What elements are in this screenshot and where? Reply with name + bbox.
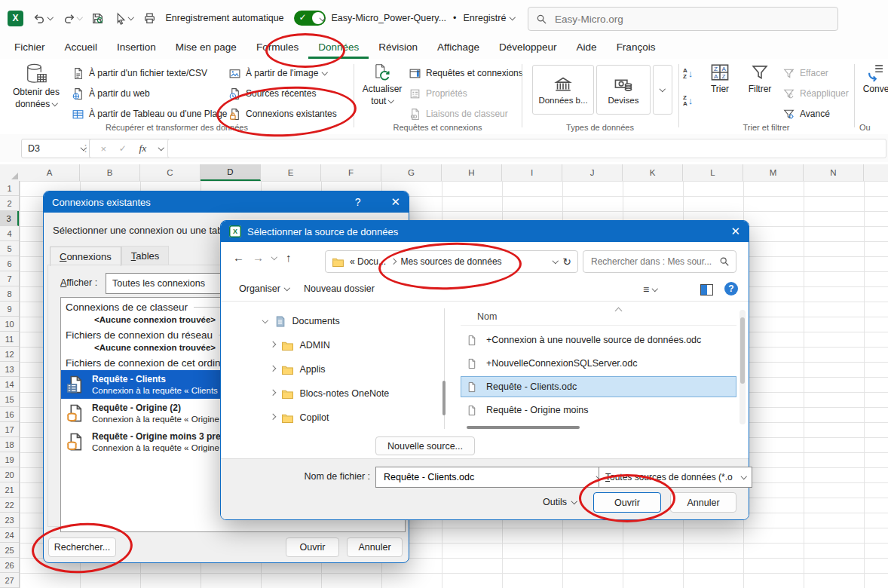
from-text-csv-button[interactable]: À partir d'un fichier texte/CSV xyxy=(72,63,207,83)
row-header[interactable]: 4 xyxy=(0,226,19,241)
ribbon-tab[interactable]: Fichier xyxy=(5,37,55,59)
row-header[interactable]: 3 xyxy=(0,211,19,226)
open-button[interactable]: Ouvrir xyxy=(286,537,339,557)
redo-button[interactable] xyxy=(63,12,82,25)
column-header[interactable]: I xyxy=(502,164,562,181)
column-header[interactable]: D xyxy=(201,164,261,181)
tools-menu[interactable]: Outils xyxy=(543,497,576,507)
file-list-scrollbar[interactable] xyxy=(739,310,746,424)
from-web-button[interactable]: À partir du web xyxy=(72,84,150,103)
ribbon-tab[interactable]: Mise en page xyxy=(166,37,246,59)
preview-pane-icon[interactable] xyxy=(700,284,713,296)
sort-za-button[interactable]: ZA↓ xyxy=(683,95,693,107)
ribbon-tab[interactable]: Insertion xyxy=(107,37,166,59)
row-header[interactable]: 26 xyxy=(0,558,19,573)
convert-button[interactable]: Conve xyxy=(859,63,888,94)
browse-button[interactable]: Rechercher... xyxy=(48,537,116,557)
row-header[interactable]: 11 xyxy=(0,332,19,347)
ribbon-tab[interactable]: Données xyxy=(308,37,369,59)
ribbon-tab[interactable]: Accueil xyxy=(55,37,108,59)
file-search-box[interactable] xyxy=(583,250,736,273)
existing-connections-button[interactable]: Connexions existantes xyxy=(228,104,337,124)
from-table-range-button[interactable]: À partir de Tableau ou d'une Plage xyxy=(72,104,228,124)
saved-status[interactable]: Enregistré xyxy=(463,13,506,23)
tree-item[interactable]: Documents xyxy=(263,311,340,331)
row-header[interactable]: 23 xyxy=(0,513,19,528)
ribbon-tab[interactable]: Affichage xyxy=(427,37,489,59)
column-header[interactable]: A xyxy=(20,164,80,181)
sort-az-button[interactable]: AZ↓ xyxy=(683,68,693,80)
row-header[interactable]: 8 xyxy=(0,286,19,302)
help-icon[interactable]: ? xyxy=(355,196,361,208)
tree-chevron-icon[interactable] xyxy=(270,341,276,348)
pane-scrollbar-thumb[interactable] xyxy=(442,381,446,415)
column-header[interactable]: N xyxy=(804,164,864,181)
tree-item[interactable]: Copilot xyxy=(271,408,329,427)
file-row[interactable]: +NouvelleConnexionSQLServer.odc xyxy=(461,353,736,374)
view-mode-menu[interactable]: ≡ xyxy=(643,283,657,296)
row-header[interactable]: 24 xyxy=(0,528,19,543)
data-types-gallery-scroll[interactable] xyxy=(653,65,672,115)
new-source-button[interactable]: Nouvelle source... xyxy=(375,436,475,455)
column-header[interactable]: G xyxy=(381,164,442,181)
tree-chevron-icon[interactable] xyxy=(270,414,276,420)
currency-data-type-button[interactable]: Devises xyxy=(596,65,651,115)
cancel-button[interactable]: Annuler xyxy=(670,492,736,513)
collapse-chevron-icon[interactable] xyxy=(320,15,326,21)
ribbon-tab[interactable]: Formules xyxy=(246,37,308,59)
tab-tables[interactable]: Tables xyxy=(121,246,170,265)
organize-menu[interactable]: Organiser xyxy=(239,283,289,294)
column-header[interactable]: K xyxy=(623,164,683,181)
row-header[interactable]: 17 xyxy=(0,422,19,437)
ribbon-tab[interactable]: Développeur xyxy=(489,37,567,59)
column-header[interactable]: B xyxy=(80,164,140,181)
tree-chevron-icon[interactable] xyxy=(270,390,276,396)
new-folder-button[interactable]: Nouveau dossier xyxy=(304,283,375,294)
filter-button[interactable]: Filtrer xyxy=(742,63,778,94)
tab-connexions[interactable]: Connexions xyxy=(50,247,121,266)
filename-input[interactable] xyxy=(382,471,597,483)
ribbon-tab[interactable]: Révision xyxy=(369,37,427,59)
tree-item[interactable]: ADMIN xyxy=(271,335,330,355)
column-header[interactable]: M xyxy=(743,164,804,181)
close-icon[interactable]: ✕ xyxy=(730,225,740,238)
row-header[interactable]: 9 xyxy=(0,302,19,317)
row-header[interactable]: 6 xyxy=(0,256,19,271)
row-header[interactable]: 13 xyxy=(0,362,19,377)
row-header[interactable]: 27 xyxy=(0,573,19,588)
tree-chevron-icon[interactable] xyxy=(270,366,276,372)
queries-connections-button[interactable]: Requêtes et connexions xyxy=(409,63,523,83)
recent-sources-button[interactable]: Sources récentes xyxy=(228,84,316,103)
recent-locations-chevron-icon[interactable] xyxy=(271,254,277,260)
tree-item[interactable]: Applis xyxy=(271,360,326,379)
back-icon[interactable]: ← xyxy=(233,251,244,264)
row-header[interactable]: 10 xyxy=(0,317,19,332)
row-header[interactable]: 12 xyxy=(0,347,19,362)
save-icon[interactable] xyxy=(91,12,104,25)
column-header[interactable]: E xyxy=(261,164,321,181)
ribbon-tab[interactable]: François xyxy=(607,37,666,59)
fx-icon[interactable]: fx xyxy=(139,142,147,155)
filename-combobox[interactable] xyxy=(375,467,608,488)
cancel-button[interactable]: Annuler xyxy=(347,537,403,557)
close-icon[interactable]: ✕ xyxy=(390,195,400,209)
list-header-name[interactable]: Nom xyxy=(477,311,497,322)
open-button[interactable]: Ouvrir xyxy=(593,492,661,513)
row-header[interactable]: 22 xyxy=(0,498,19,513)
row-header[interactable]: 16 xyxy=(0,407,19,422)
row-header[interactable]: 25 xyxy=(0,543,19,558)
ribbon-tab[interactable]: Aide xyxy=(567,37,607,59)
row-header[interactable]: 21 xyxy=(0,482,19,498)
from-image-button[interactable]: À partir de l'image xyxy=(228,63,327,83)
file-row[interactable]: Requête - Clients.odc xyxy=(461,376,736,397)
sort-button[interactable]: Trier xyxy=(703,63,736,94)
get-data-button[interactable]: Obtenir des données xyxy=(8,63,65,109)
help-icon[interactable]: ? xyxy=(724,282,738,296)
address-bar[interactable]: « Docu... Mes sources de données ↻ xyxy=(325,250,578,273)
stocks-data-type-button[interactable]: Données b... xyxy=(532,65,594,115)
column-header[interactable]: F xyxy=(321,164,381,181)
row-header[interactable]: 1 xyxy=(0,181,19,196)
workbook-title[interactable]: Easy-Micro_Power-Query... xyxy=(332,13,447,23)
select-all-corner[interactable] xyxy=(0,164,20,182)
horizontal-scrollbar-thumb[interactable] xyxy=(467,426,580,429)
